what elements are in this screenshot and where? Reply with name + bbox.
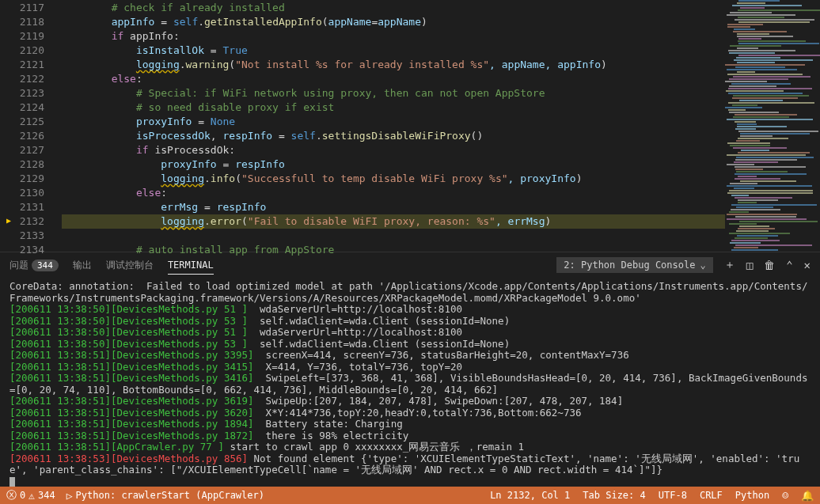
kill-terminal-icon[interactable]: 🗑: [764, 259, 775, 271]
terminal-line: [200611 13:38:50][DevicesMethods.py 53 ]…: [9, 316, 811, 328]
warning-icon: ⚠: [28, 490, 35, 502]
code-line[interactable]: # check if already installed: [62, 1, 725, 15]
split-terminal-icon[interactable]: ◫: [746, 259, 753, 271]
status-language[interactable]: Python: [735, 490, 769, 501]
error-icon: ⓧ: [6, 488, 17, 502]
status-tab-size[interactable]: Tab Size: 4: [583, 490, 645, 501]
terminal-output[interactable]: CoreData: annotation: Failed to load opt…: [0, 278, 820, 490]
terminal-line: [200611 13:38:51][DevicesMethods.py 1872…: [9, 430, 811, 442]
code-line[interactable]: [62, 229, 725, 243]
terminal-line: [200611 13:38:50][DevicesMethods.py 53 ]…: [9, 339, 811, 351]
terminal-line: [200611 13:38:53][DevicesMethods.py 856]…: [9, 453, 811, 476]
status-eol[interactable]: CRLF: [700, 490, 723, 501]
problems-badge: 344: [32, 260, 59, 271]
code-line[interactable]: logging.info("Successfull to temp disabl…: [62, 172, 725, 186]
tab-problems[interactable]: 问题 344: [9, 259, 59, 272]
terminal-line: CoreData: annotation: Failed to load opt…: [9, 281, 811, 304]
line-number-gutter: 2117211821192120212121222123212421252126…: [0, 0, 62, 252]
code-line[interactable]: logging.warning("Not install %s for alre…: [62, 58, 725, 72]
status-cursor-pos[interactable]: Ln 2132, Col 1: [490, 490, 570, 501]
code-line[interactable]: logging.error("Fail to disable WiFI prox…: [62, 214, 725, 229]
code-line[interactable]: errMsg = respInfo: [62, 200, 725, 214]
terminal-line: [200611 13:38:51][AppCrawler.py 77 ] sta…: [9, 441, 811, 453]
code-line[interactable]: isInstallOk = True: [62, 44, 725, 58]
code-line[interactable]: proxyInfo = respInfo: [62, 157, 725, 172]
tab-problems-label: 问题: [9, 259, 28, 272]
tab-debug-console[interactable]: 调试控制台: [106, 259, 154, 272]
terminal-line: [200611 13:38:51][DevicesMethods.py 3619…: [9, 396, 811, 407]
code-line[interactable]: else:: [62, 186, 725, 200]
code-line[interactable]: if isProcessdOk:: [62, 143, 725, 157]
bell-icon[interactable]: 🔔: [801, 490, 814, 502]
play-icon: ▷: [66, 490, 73, 502]
new-terminal-icon[interactable]: ＋: [724, 258, 735, 272]
maximize-panel-icon[interactable]: ⌃: [786, 259, 792, 271]
status-bar: ⓧ 0 ⚠ 344 ▷ Python: crawlerStart (AppCra…: [0, 487, 820, 504]
terminal-line: [200611 13:38:50][DevicesMethods.py 51 ]…: [9, 304, 811, 316]
status-encoding[interactable]: UTF-8: [659, 490, 687, 501]
code-line[interactable]: appInfo = self.getInstalledAppInfo(appNa…: [62, 15, 725, 29]
code-line[interactable]: proxyInfo = None: [62, 115, 725, 129]
feedback-icon[interactable]: ☺: [782, 490, 788, 502]
terminal-line: [200611 13:38:51][DevicesMethods.py 1894…: [9, 419, 811, 430]
terminal-line: [200611 13:38:51][DevicesMethods.py 3395…: [9, 350, 811, 362]
tab-terminal[interactable]: TERMINAL: [168, 260, 214, 275]
bottom-panel: 问题 344 输出 调试控制台 TERMINAL 2: Python Debug…: [0, 252, 820, 490]
status-errors[interactable]: ⓧ 0 ⚠ 344: [6, 488, 55, 502]
code-line[interactable]: if appInfo:: [62, 29, 725, 44]
status-debug-target[interactable]: ▷ Python: crawlerStart (AppCrawler): [66, 490, 264, 502]
tab-output[interactable]: 输出: [73, 259, 92, 272]
code-line[interactable]: else:: [62, 72, 725, 86]
minimap[interactable]: [725, 0, 820, 252]
terminal-selector-dropdown[interactable]: 2: Python Debug Console ⌄: [556, 257, 712, 273]
terminal-line: [200611 13:38:50][DevicesMethods.py 51 ]…: [9, 327, 811, 339]
code-line[interactable]: # Special: if WiFi network using proxy, …: [62, 86, 725, 100]
chevron-down-icon: ⌄: [700, 260, 705, 271]
terminal-line: [200611 13:38:51][DevicesMethods.py 3620…: [9, 407, 811, 419]
code-line[interactable]: isProcessdOk, respInfo = self.settingsDi…: [62, 129, 725, 143]
code-content[interactable]: # check if already installed appInfo = s…: [62, 0, 725, 252]
code-line[interactable]: # so need disable proxy if exist: [62, 100, 725, 115]
terminal-line: [200611 13:38:51][DevicesMethods.py 3416…: [9, 373, 811, 396]
close-panel-icon[interactable]: ✕: [804, 259, 811, 271]
code-line[interactable]: # auto install app from AppStore: [62, 243, 725, 257]
terminal-cursor: [9, 477, 15, 487]
editor-area: 2117211821192120212121222123212421252126…: [0, 0, 820, 252]
terminal-line: [200611 13:38:51][DevicesMethods.py 3415…: [9, 362, 811, 373]
